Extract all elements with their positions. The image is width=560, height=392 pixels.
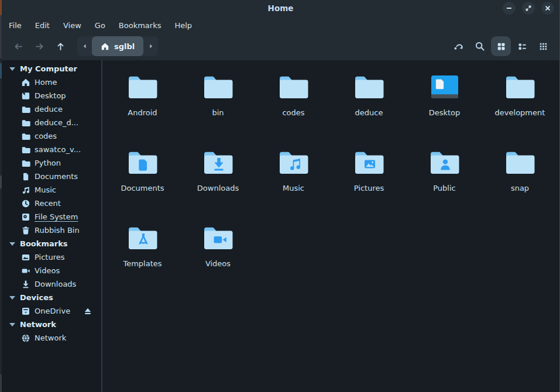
sidebar-item-label: Network bbox=[35, 333, 66, 342]
document-icon bbox=[21, 172, 30, 181]
trash-icon bbox=[21, 226, 30, 235]
sidebar-section-network[interactable]: Network bbox=[2, 318, 101, 331]
sidebar-item-sawatco-v[interactable]: sawatco_v... bbox=[2, 143, 101, 156]
file-item-bin[interactable]: bin bbox=[180, 73, 256, 149]
sidebar-item-desktop[interactable]: Desktop bbox=[2, 89, 101, 102]
home-icon bbox=[101, 42, 109, 51]
close-icon bbox=[543, 4, 552, 13]
file-item-codes[interactable]: codes bbox=[256, 73, 331, 149]
file-item-music[interactable]: Music bbox=[256, 149, 331, 224]
strip-fragment bbox=[0, 176, 2, 188]
file-item-public[interactable]: Public bbox=[407, 149, 482, 224]
folder-icon bbox=[21, 105, 30, 114]
path-segment-label: sglbl bbox=[114, 42, 135, 51]
sidebar-item-label: codes bbox=[35, 132, 57, 140]
menu-bookmarks[interactable]: Bookmarks bbox=[119, 21, 162, 30]
sidebar-item-recent[interactable]: Recent bbox=[2, 197, 101, 210]
sidebar-section-bookmarks[interactable]: Bookmarks bbox=[2, 237, 101, 250]
folder-icon bbox=[126, 73, 160, 101]
sidebar-item-deduce-d[interactable]: deduce_d... bbox=[2, 116, 101, 129]
file-item-videos[interactable]: Videos bbox=[180, 224, 256, 300]
sidebar-section-my-computer[interactable]: My Computer bbox=[2, 62, 101, 75]
icon-view-icon bbox=[496, 42, 506, 51]
sidebar-item-home[interactable]: Home bbox=[2, 75, 101, 89]
file-item-development[interactable]: development bbox=[482, 73, 558, 149]
menu-edit[interactable]: Edit bbox=[35, 21, 50, 30]
menu-help[interactable]: Help bbox=[174, 21, 192, 30]
music-icon bbox=[21, 185, 30, 195]
file-item-deduce[interactable]: deduce bbox=[331, 73, 407, 149]
sidebar-item-videos[interactable]: Videos bbox=[2, 264, 101, 277]
close-button[interactable] bbox=[541, 2, 554, 15]
up-button[interactable] bbox=[51, 37, 69, 55]
file-item-snap[interactable]: snap bbox=[482, 149, 558, 224]
menu-file[interactable]: File bbox=[9, 21, 22, 30]
sidebar-item-codes[interactable]: codes bbox=[2, 129, 101, 143]
minimize-button[interactable] bbox=[503, 2, 516, 15]
sidebar-item-deduce[interactable]: deduce bbox=[2, 102, 101, 116]
sidebar-item-documents[interactable]: Documents bbox=[2, 170, 101, 183]
home-icon bbox=[21, 78, 30, 87]
menu-view[interactable]: View bbox=[63, 21, 81, 30]
main-panel: Androidbincodesdeduce Desktopdevelopment… bbox=[102, 60, 559, 392]
sidebar-item-label: Downloads bbox=[35, 280, 76, 288]
strip-fragment bbox=[0, 15, 2, 59]
sidebar-item-file-system[interactable]: File System bbox=[2, 210, 101, 223]
folder-downloads-icon bbox=[201, 149, 235, 177]
desktop-special-icon bbox=[428, 73, 462, 101]
back-button[interactable] bbox=[9, 37, 27, 55]
sidebar-item-network[interactable]: Network bbox=[2, 331, 101, 345]
download-icon bbox=[21, 280, 30, 289]
list-view-button[interactable] bbox=[512, 36, 532, 56]
sidebar-item-label: Python bbox=[35, 159, 61, 167]
jump-to-button[interactable] bbox=[449, 36, 469, 56]
back-arrow-icon bbox=[13, 42, 23, 51]
file-item-downloads[interactable]: Downloads bbox=[180, 149, 256, 224]
sidebar-item-music[interactable]: Music bbox=[2, 183, 101, 197]
sidebar-item-label: Recent bbox=[35, 199, 61, 208]
sidebar-item-label: deduce bbox=[35, 105, 63, 114]
sidebar-item-onedrive[interactable]: OneDrive bbox=[2, 304, 101, 318]
file-item-desktop[interactable]: Desktop bbox=[407, 73, 482, 149]
sidebar-item-pictures[interactable]: Pictures bbox=[2, 250, 101, 264]
path-segment-home[interactable]: sglbl bbox=[92, 36, 143, 56]
grid-view-button[interactable] bbox=[533, 36, 553, 56]
globe-icon bbox=[21, 333, 30, 343]
file-item-documents[interactable]: Documents bbox=[105, 149, 180, 224]
forward-button[interactable] bbox=[30, 37, 48, 55]
file-item-pictures[interactable]: Pictures bbox=[331, 149, 407, 224]
collapse-arrow-icon bbox=[9, 242, 15, 246]
file-item-label: codes bbox=[282, 108, 304, 117]
sidebar-item-rubbish-bin[interactable]: Rubbish Bin bbox=[2, 223, 101, 237]
content: My ComputerHomeDesktopdeducededuce_d...c… bbox=[2, 60, 559, 392]
collapse-arrow-icon bbox=[9, 296, 15, 300]
file-item-templates[interactable]: Templates bbox=[105, 224, 180, 300]
section-header-label: My Computer bbox=[20, 64, 77, 73]
file-item-label: deduce bbox=[355, 108, 383, 117]
search-button[interactable] bbox=[470, 36, 490, 56]
image-icon bbox=[21, 253, 30, 262]
icon-view-button[interactable] bbox=[491, 36, 511, 56]
video-icon bbox=[21, 266, 30, 276]
file-item-android[interactable]: Android bbox=[105, 73, 180, 149]
menu-go[interactable]: Go bbox=[95, 21, 105, 30]
file-item-label: Public bbox=[433, 184, 455, 192]
sidebar-section-devices[interactable]: Devices bbox=[2, 291, 101, 304]
menubar: File Edit View Go Bookmarks Help bbox=[2, 16, 559, 34]
maximize-button[interactable] bbox=[522, 2, 535, 15]
folder-icon bbox=[21, 132, 30, 141]
folder-icon bbox=[21, 145, 30, 154]
desktop-icon bbox=[21, 91, 30, 101]
chevron-left-icon bbox=[81, 43, 88, 50]
path-scroll-right-button[interactable] bbox=[143, 36, 158, 56]
path-scroll-left-button[interactable] bbox=[77, 36, 92, 56]
sidebar-item-python[interactable]: Python bbox=[2, 156, 101, 170]
maximize-icon bbox=[524, 4, 533, 13]
eject-button[interactable] bbox=[83, 307, 92, 316]
collapse-arrow-icon bbox=[9, 67, 15, 71]
file-item-label: Downloads bbox=[197, 184, 239, 192]
sidebar-item-label: Documents bbox=[35, 172, 78, 181]
sidebar-item-downloads[interactable]: Downloads bbox=[2, 277, 101, 291]
strip-fragment bbox=[0, 63, 2, 78]
file-item-label: bin bbox=[212, 108, 224, 117]
